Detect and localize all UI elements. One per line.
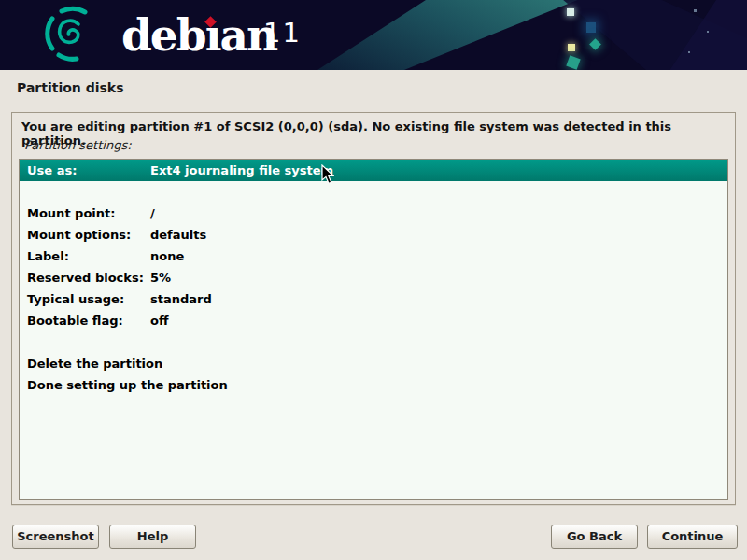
- list-item[interactable]: Bootable flag:off: [20, 310, 727, 331]
- decor-square: [586, 22, 596, 33]
- list-item[interactable]: Done setting up the partition: [20, 374, 727, 396]
- decor-dot: [688, 51, 690, 53]
- continue-button[interactable]: Continue: [647, 525, 738, 549]
- list-item-value: off: [150, 310, 168, 331]
- list-item[interactable]: Label:none: [20, 245, 727, 267]
- brand-wordmark: debıan: [121, 2, 276, 67]
- list-item-value: none: [150, 245, 184, 267]
- list-item-label: Label:: [27, 245, 69, 267]
- debian-swirl-icon: [43, 6, 101, 63]
- partition-settings-label: Partition settings:: [24, 138, 132, 152]
- help-button[interactable]: Help: [109, 525, 196, 549]
- decor-dot: [694, 9, 697, 12]
- list-item-label: Delete the partition: [27, 353, 162, 374]
- list-item[interactable]: Mount point:/: [20, 203, 727, 224]
- go-back-button[interactable]: Go Back: [551, 525, 638, 549]
- list-spacer: [20, 181, 727, 203]
- list-item-value: /: [150, 203, 155, 224]
- list-item-label: Reserved blocks:: [27, 267, 144, 288]
- list-item-value: Ext4 journaling file system: [150, 160, 333, 181]
- decor-square: [566, 55, 580, 69]
- list-item-label: Mount point:: [27, 203, 115, 224]
- decor-diagonal-teal: [317, 0, 588, 70]
- list-spacer: [20, 331, 727, 353]
- decor-square: [589, 38, 601, 50]
- list-item-value: 5%: [150, 267, 171, 288]
- list-item[interactable]: Reserved blocks:5%: [20, 267, 727, 288]
- brand-letter-i: ı: [205, 9, 220, 61]
- decor-square: [567, 8, 574, 16]
- brand-version: 11: [263, 17, 302, 49]
- list-item[interactable]: Delete the partition: [20, 353, 727, 374]
- list-item-value: standard: [150, 288, 212, 310]
- list-item-label: Done setting up the partition: [27, 374, 228, 396]
- page-title: Partition disks: [17, 80, 123, 95]
- decor-square: [568, 44, 575, 51]
- list-item-label: Bootable flag:: [27, 310, 123, 331]
- brand-prefix: deb: [121, 9, 205, 61]
- list-item-value: defaults: [150, 224, 206, 245]
- debian-installer-window: debıan 11 Partition disks You are editin…: [0, 0, 747, 560]
- mouse-cursor-icon: [321, 164, 334, 185]
- decor-dot: [707, 31, 709, 33]
- list-item-label: Mount options:: [27, 224, 131, 245]
- list-item[interactable]: Mount options:defaults: [20, 224, 727, 245]
- main-panel: You are editing partition #1 of SCSI2 (0…: [11, 112, 736, 505]
- list-item-label: Use as:: [27, 160, 77, 181]
- settings-list: Use as:Ext4 journaling file systemMount …: [19, 159, 728, 500]
- screenshot-button[interactable]: Screenshot: [12, 525, 99, 549]
- header-banner: debıan 11: [0, 0, 747, 70]
- list-item[interactable]: Use as:Ext4 journaling file system: [20, 160, 727, 181]
- list-item[interactable]: Typical usage:standard: [20, 288, 727, 310]
- list-item-label: Typical usage:: [27, 288, 124, 310]
